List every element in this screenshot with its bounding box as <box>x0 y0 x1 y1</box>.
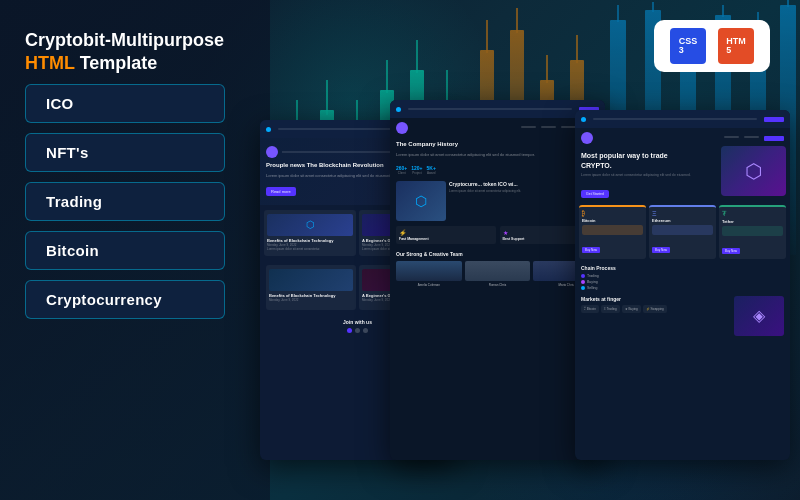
mini-team: Amelia Coleman Roman Chris Maria Chris <box>396 261 599 287</box>
trade-text: Lorem ipsum dolor sit amet consectetur a… <box>581 173 693 177</box>
svg-rect-29 <box>617 5 619 22</box>
avatar-1 <box>396 261 462 281</box>
title-rest: Template <box>75 53 158 73</box>
btc-icon: ₿ <box>582 210 643 217</box>
process-item-2: Buying <box>581 280 784 284</box>
stat-3: 5K+ Award <box>427 165 436 175</box>
process-label-2: Buying <box>587 280 598 284</box>
btc-name: Bitcoin <box>582 218 643 223</box>
preview-card-3: Most popular way to trade CRYPTO. Lorem … <box>575 110 790 460</box>
coin-card-eth: Ξ Ethereum Buy Now <box>649 205 716 259</box>
market-info: Markets at finger ₿ Bitcoin Ξ Trading ★ … <box>581 296 730 336</box>
market-coin-1: ₿ Bitcoin <box>581 305 599 313</box>
market-3d-img: ◈ <box>734 296 784 336</box>
team-member-2: Roman Chris <box>465 261 531 287</box>
team-member-1: Amelia Coleman <box>396 261 462 287</box>
svg-rect-32 <box>652 2 654 12</box>
svg-rect-17 <box>486 20 488 53</box>
market-coin-3: ★ Buying <box>622 305 641 313</box>
nav-btn-cryptocurrency[interactable]: Cryptocurrency <box>25 280 225 319</box>
mini-3d-graphic: ⬡ <box>721 146 786 196</box>
trade-text-block: Most popular way to trade CRYPTO. Lorem … <box>581 151 693 199</box>
member-1-name: Amelia Coleman <box>396 283 462 287</box>
title-line1: Cryptobit-Multipurpose <box>25 30 245 51</box>
svg-rect-20 <box>516 8 518 33</box>
nav-dot <box>266 127 271 132</box>
eth-buy: Buy Now <box>652 247 670 253</box>
member-2-name: Roman Chris <box>465 283 531 287</box>
process-dot-1 <box>581 274 585 278</box>
css-badge: CSS3 <box>670 28 706 64</box>
tech-badge: CSS3 HTM5 <box>654 20 770 72</box>
market-coin-4: ⚡ Swapping <box>643 305 667 313</box>
mini-hero-2: The Company History Lorem ipsum dolor si… <box>390 136 605 162</box>
eth-name: Ethereum <box>652 218 713 223</box>
chain-section: Chain Process Trading Buying Selling <box>575 262 790 293</box>
left-panel: Cryptobit-Multipurpose HTML Template ICO… <box>0 0 270 500</box>
avatar-2 <box>465 261 531 281</box>
title-block: Cryptobit-Multipurpose HTML Template <box>25 30 245 74</box>
mini-trade-section: Most popular way to trade CRYPTO. Lorem … <box>575 146 790 202</box>
mini-nav-links <box>396 122 599 134</box>
company-title: The Company History <box>396 140 599 148</box>
nav-btn-nfts[interactable]: NFT's <box>25 133 225 172</box>
nav-btn-ico[interactable]: ICO <box>25 84 225 123</box>
btc-buy: Buy Now <box>582 247 600 253</box>
svg-rect-37 <box>722 5 724 17</box>
fast-mgmt-icon: ⚡ <box>399 229 493 236</box>
svg-rect-12 <box>416 40 418 73</box>
process-label-3: Selling <box>587 286 598 290</box>
process-items: Trading Buying Selling <box>581 274 784 290</box>
chain-title: Chain Process <box>581 265 784 271</box>
nav-btn-trading[interactable]: Trading <box>25 182 225 221</box>
svg-rect-15 <box>446 70 448 103</box>
process-dot-2 <box>581 280 585 284</box>
nav-btn-bitcoin[interactable]: Bitcoin <box>25 231 225 270</box>
html-badge: HTM5 <box>718 28 754 64</box>
mini-stats: 260+ Client 120+ Project 5K+ Award <box>390 162 605 178</box>
process-item-1: Trading <box>581 274 784 278</box>
process-label-1: Trading <box>587 274 599 278</box>
css-icon: CSS3 <box>679 37 698 55</box>
mini-sections: ⚡ Fast Management ★ Best Support <box>390 224 605 246</box>
svg-rect-23 <box>546 55 548 83</box>
mini-nav-2 <box>390 100 605 118</box>
mini-card-desc-1a: Lorem ipsum dolor sit amet consectetur. <box>267 248 353 252</box>
trade-cta: Get Started <box>581 190 609 198</box>
previews-container: Prouple news The Blockchain Revolution L… <box>260 100 790 490</box>
stat-2-label: Project <box>411 171 422 175</box>
title-line2: HTML Template <box>25 53 245 74</box>
mini-card-img-1c <box>269 269 353 291</box>
stat-2: 120+ Project <box>411 165 422 175</box>
market-coins: ₿ Bitcoin Ξ Trading ★ Buying ⚡ Swapping <box>581 305 730 313</box>
svg-rect-9 <box>386 60 388 93</box>
mini-nav-3 <box>575 110 790 128</box>
html-icon: HTM5 <box>726 37 746 55</box>
fast-mgmt: ⚡ Fast Management <box>396 226 496 244</box>
nav-dot-3 <box>581 117 586 122</box>
market-coin-2: Ξ Trading <box>601 305 620 313</box>
mini-card-1c: Benefits of Blockchain Technology Monday… <box>266 265 356 310</box>
mini-logo-2 <box>396 122 408 134</box>
mini-img-section: ⬡ Cryptocurre... token ICO wi... Lorem i… <box>390 178 605 224</box>
coin-card-btc: ₿ Bitcoin Buy Now <box>579 205 646 259</box>
preview-card-2: The Company History Lorem ipsum dolor si… <box>390 100 605 460</box>
mini-nav-links-3 <box>581 132 784 144</box>
mini-blockchain-img: ⬡ <box>396 181 446 221</box>
team-title: Our Strong & Creative Team <box>396 251 599 257</box>
stat-3-label: Award <box>427 171 436 175</box>
mini-card-1a: ⬡ Benefits of Blockchain Technology Mond… <box>264 210 356 256</box>
mini-card-img-1a: ⬡ <box>267 214 353 236</box>
svg-rect-26 <box>576 35 578 63</box>
tth-name: Tether <box>722 219 783 224</box>
mini-card-date-1c: Monday, June 9, 2022 <box>269 299 353 303</box>
nav-dot-2 <box>396 107 401 112</box>
mini-coin-cards: ₿ Bitcoin Buy Now Ξ Ethereum Buy Now ₮ T… <box>575 202 790 262</box>
trade-title: Most popular way to trade CRYPTO. <box>581 151 693 171</box>
market-title: Markets at finger <box>581 296 730 302</box>
fast-mgmt-label: Fast Management <box>399 237 493 241</box>
mini-hero-btn-1: Read more <box>266 187 296 196</box>
process-dot-3 <box>581 286 585 290</box>
eth-chart <box>652 225 713 235</box>
stat-1: 260+ Client <box>396 165 407 175</box>
